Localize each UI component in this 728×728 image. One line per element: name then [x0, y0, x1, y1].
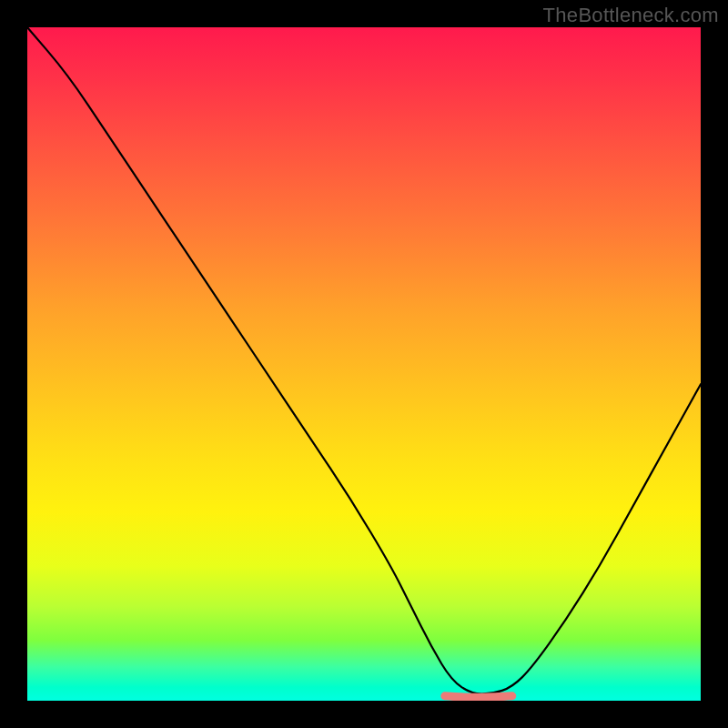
optimal-range-marker [445, 696, 512, 698]
plot-area [27, 27, 701, 701]
watermark-text: TheBottleneck.com [543, 4, 719, 27]
bottleneck-curve [27, 27, 701, 694]
chart-frame: TheBottleneck.com [0, 0, 728, 728]
curve-layer [27, 27, 701, 701]
